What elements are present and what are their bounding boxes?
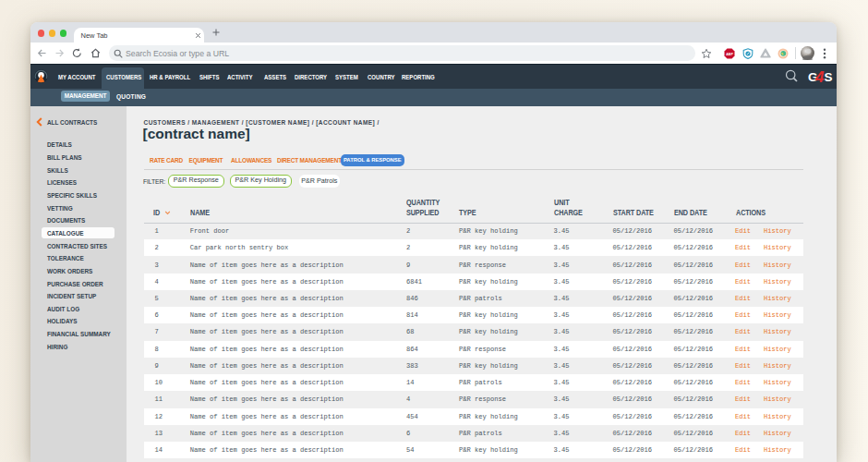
svg-text:4: 4 [814,68,825,86]
svg-text:S: S [825,70,833,84]
